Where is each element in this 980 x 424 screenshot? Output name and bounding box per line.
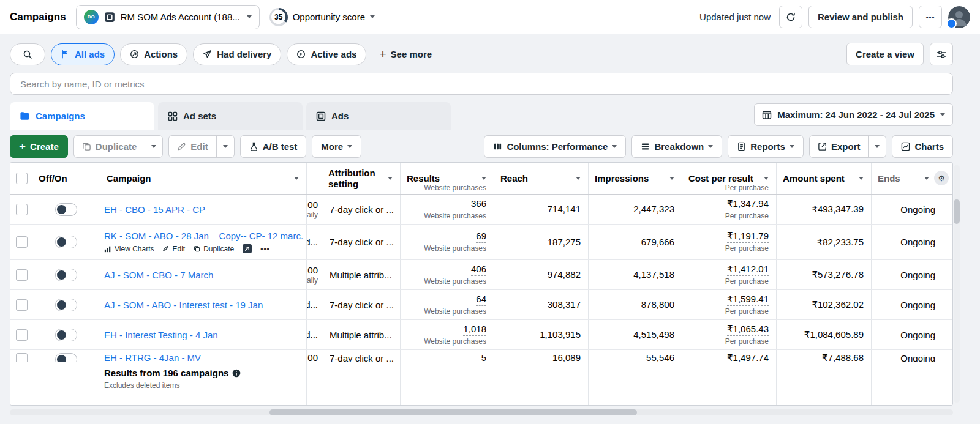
filter-bar: All ads Actions Had delivery Active ads …	[0, 34, 980, 73]
horizontal-scrollbar-thumb[interactable]	[270, 409, 637, 415]
row-checkbox[interactable]	[16, 299, 28, 311]
campaign-link[interactable]: EH - Interest Testing - 4 Jan	[104, 330, 304, 340]
filter-all-ads[interactable]: All ads	[51, 43, 115, 65]
tab-ad-sets[interactable]: Ad sets	[158, 102, 303, 130]
date-range-label: Maximum: 24 Jun 2022 - 24 Jul 2025	[777, 110, 935, 120]
campaign-toggle[interactable]	[55, 299, 77, 311]
header-reach[interactable]: Reach	[494, 163, 588, 194]
campaign-link[interactable]: AJ - SOM - ABO - Interest test - 19 Jan	[104, 300, 304, 310]
results-sub: Website purchases	[424, 277, 486, 286]
row-checkbox[interactable]	[16, 204, 28, 215]
columns-button[interactable]: Columns: Performance	[484, 135, 626, 158]
row-checkbox[interactable]	[16, 236, 28, 248]
chevron-down-icon	[223, 145, 228, 148]
ab-test-button[interactable]: A/B test	[240, 135, 307, 158]
view-charts-action[interactable]: View Charts	[104, 245, 154, 253]
edit-action[interactable]: Edit	[162, 245, 185, 253]
edit-split-button: Edit	[168, 135, 234, 158]
campaign-link[interactable]: EH - CBO - 15 APR - CP	[104, 204, 304, 215]
create-button[interactable]: + Create	[10, 135, 68, 158]
header-attribution[interactable]: Attribution setting	[322, 163, 400, 194]
avatar[interactable]	[948, 6, 970, 28]
campaign-toggle[interactable]	[55, 203, 77, 216]
cost-value[interactable]: ₹1,412.01	[727, 264, 769, 276]
ends-value: Ongoing	[900, 204, 935, 215]
campaign-toggle[interactable]	[55, 329, 77, 341]
campaign-link[interactable]: EH - RTRG - 4Jan - MV	[104, 352, 304, 363]
budget-fragment: d...	[306, 237, 318, 248]
column-settings-gear-icon[interactable]: ⚙	[934, 171, 949, 185]
edit-caret[interactable]	[216, 136, 234, 157]
spent-value: ₹573,276.78	[812, 269, 864, 280]
header-amount-spent[interactable]: Amount spent	[776, 163, 871, 194]
breakdown-button[interactable]: Breakdown	[631, 135, 722, 158]
filter-settings-button[interactable]	[930, 43, 953, 65]
vertical-scrollbar[interactable]	[954, 165, 960, 403]
row-checkbox[interactable]	[16, 329, 28, 341]
cost-value[interactable]: ₹1,191.79	[727, 231, 769, 243]
tab-ads[interactable]: Ads	[306, 102, 451, 130]
horizontal-scrollbar[interactable]	[10, 409, 953, 415]
filters-search-button[interactable]	[10, 43, 45, 65]
create-view-button[interactable]: Create a view	[846, 43, 924, 65]
filter-had-delivery[interactable]: Had delivery	[193, 43, 281, 65]
review-publish-button[interactable]: Review and publish	[809, 6, 913, 28]
reports-button[interactable]: Reports	[728, 135, 804, 158]
more-button[interactable]: More	[312, 135, 361, 158]
export-icon	[818, 142, 827, 151]
results-value[interactable]: 406	[471, 264, 486, 276]
cost-value[interactable]: ₹1,599.41	[727, 294, 769, 306]
tab-campaigns[interactable]: Campaigns	[10, 102, 154, 130]
filter-actions[interactable]: Actions	[120, 43, 187, 65]
campaign-link[interactable]: RK - SOM - ABO - 28 Jan – Copy-- CP- 12 …	[104, 231, 304, 241]
header-impressions[interactable]: Impressions	[588, 163, 682, 194]
results-value[interactable]: 64	[476, 294, 486, 306]
chevron-down-icon	[347, 145, 352, 148]
header-campaign[interactable]: Campaign	[100, 163, 306, 194]
charts-button[interactable]: Charts	[892, 135, 953, 158]
select-all-checkbox[interactable]	[16, 173, 28, 184]
impressions-value: 679,666	[641, 237, 674, 248]
edit-button[interactable]: Edit	[169, 136, 216, 157]
breakdown-label: Breakdown	[654, 141, 704, 152]
account-selector[interactable]: DO RM SOM Ads Account (188...	[76, 5, 260, 29]
row-checkbox[interactable]	[16, 269, 28, 281]
duplicate-split-button: Duplicate	[74, 135, 164, 158]
duplicate-button[interactable]: Duplicate	[74, 136, 145, 157]
opportunity-score-selector[interactable]: 35 Opportunity score	[270, 8, 375, 26]
pin-icon[interactable]	[243, 244, 252, 253]
sort-caret-icon	[924, 177, 929, 180]
chevron-down-icon	[708, 145, 713, 148]
row-more-actions[interactable]: •••	[260, 245, 270, 253]
document-icon	[737, 142, 746, 151]
results-value[interactable]: 1,018	[463, 324, 486, 336]
cost-value[interactable]: ₹1,065.43	[727, 324, 769, 336]
partial-row-cost-sub: Per purchase	[682, 184, 769, 192]
campaign-link[interactable]: AJ - SOM - CBO - 7 March	[104, 270, 304, 280]
more-options-button[interactable]: •••	[919, 6, 942, 28]
results-value[interactable]: 366	[471, 198, 486, 210]
duplicate-caret[interactable]	[145, 136, 162, 157]
ends-value: Ongoing	[900, 330, 935, 340]
campaign-toggle[interactable]	[55, 236, 77, 248]
vertical-scrollbar-thumb[interactable]	[954, 199, 960, 224]
filter-active-ads[interactable]: Active ads	[287, 43, 366, 65]
export-button[interactable]: Export	[810, 136, 869, 157]
search-input[interactable]	[10, 79, 952, 89]
search-icon	[23, 50, 32, 59]
date-range-selector[interactable]: Maximum: 24 Jun 2022 - 24 Jul 2025	[754, 103, 953, 126]
campaign-toggle[interactable]	[55, 269, 77, 281]
results-value[interactable]: 69	[476, 231, 486, 243]
export-caret[interactable]	[868, 136, 886, 157]
info-icon[interactable]	[232, 369, 241, 378]
partial-row-results-sub: Website purchases	[400, 184, 486, 192]
see-more-button[interactable]: + See more	[372, 43, 439, 65]
bar-chart-icon	[104, 245, 111, 253]
flag-icon	[61, 50, 70, 59]
flask-icon	[249, 142, 258, 151]
filter-label: Active ads	[311, 49, 356, 59]
topbar: Campaigns DO RM SOM Ads Account (188... …	[0, 0, 980, 34]
refresh-button[interactable]	[779, 6, 802, 28]
duplicate-action[interactable]: Duplicate	[194, 245, 234, 253]
cost-value[interactable]: ₹1,347.94	[727, 198, 769, 210]
